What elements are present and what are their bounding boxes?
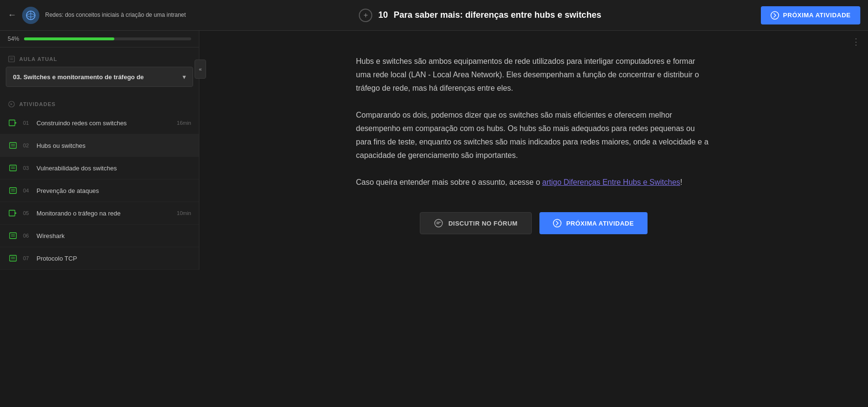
activity-number: 10 [378,10,388,20]
activity-duration-05: 10min [177,210,191,216]
svg-point-24 [435,219,442,227]
activity-title: Para saber mais: diferenças entre hubs e… [393,10,601,20]
content-inner: Hubs e switches são ambos equipamentos d… [318,31,750,258]
list-icon-03 [8,163,18,173]
activity-num-05: 05 [23,210,32,216]
top-header: ← Redes: dos conceitos iniciais à criaçã… [0,0,868,31]
activities-icon [8,100,15,108]
svg-point-2 [771,12,779,19]
activity-num-03: 03 [23,165,32,171]
activity-num-02: 02 [23,143,32,148]
activity-item-02[interactable]: 02 Hubs ou switches [0,134,199,157]
svg-rect-11 [10,165,16,171]
svg-rect-14 [10,188,16,193]
collapse-sidebar-button[interactable]: « [195,60,206,79]
activities-list: 01 Construindo redes com switches 16min … [0,112,199,270]
activity-name-04: Prevenção de ataques [37,187,186,194]
sidebar: 54% AULA ATUAL 03. Switches e monitorame… [0,31,199,270]
article-link[interactable]: artigo Diferenças Entre Hubs e Switches [542,178,680,186]
activity-item-05[interactable]: 05 Monitorando o tráfego na rede 10min [0,202,199,225]
activity-item-01[interactable]: 01 Construindo redes com switches 16min [0,112,199,134]
svg-rect-8 [10,143,16,148]
course-title: Redes: dos conceitos iniciais à criação … [45,12,186,19]
next-arrow-icon [770,11,779,20]
sidebar-wrapper: 54% AULA ATUAL 03. Switches e monitorame… [0,31,199,407]
content-paragraph-3: Caso queira entender mais sobre o assunt… [356,176,711,189]
activity-name-03: Vulnerabilidade dos switches [37,165,186,172]
activity-num-07: 07 [23,255,32,261]
current-lesson-text: 03. Switches e monitoramento de tráfego … [13,73,144,81]
next-activity-button-bottom[interactable]: PRÓXIMA ATIVIDADE [539,212,648,234]
svg-rect-17 [9,210,15,216]
content-paragraph-2: Comparando os dois, podemos dizer que os… [356,108,711,162]
paragraph3-before-link: Caso queira entender mais sobre o assunt… [356,178,542,186]
video-icon-05 [8,208,18,218]
forum-icon [434,218,443,228]
header-center: + 10 Para saber mais: diferenças entre h… [199,9,761,22]
list-icon-02 [8,140,18,151]
activity-name-07: Protocolo TCP [37,255,186,262]
add-icon[interactable]: + [359,9,372,22]
next-bottom-label: PRÓXIMA ATIVIDADE [566,220,634,227]
current-lesson-dropdown[interactable]: 03. Switches e monitoramento de tráfego … [6,67,193,87]
header-left: ← Redes: dos conceitos iniciais à criaçã… [0,7,199,24]
course-icon [22,7,39,24]
activity-name-02: Hubs ou switches [37,142,186,149]
list-icon-04 [8,185,18,196]
progress-label: 54% [8,36,19,42]
next-button-label: PRÓXIMA ATIVIDADE [783,12,851,19]
list-icon-07 [8,253,18,263]
main-layout: 54% AULA ATUAL 03. Switches e monitorame… [0,31,868,407]
svg-rect-18 [10,233,16,239]
svg-rect-21 [10,255,16,261]
activity-item-07[interactable]: 07 Protocolo TCP [0,247,199,270]
svg-rect-7 [9,120,15,126]
discuss-forum-button[interactable]: DISCUTIR NO FÓRUM [420,212,531,234]
collapse-arrow-icon: « [199,66,202,72]
next-activity-button-top[interactable]: PRÓXIMA ATIVIDADE [761,6,860,24]
activity-name-06: Wireshark [37,232,186,239]
content-area: ⋮ Hubs e switches são ambos equipamentos… [199,31,868,407]
activity-item-04[interactable]: 04 Prevenção de ataques [0,180,199,202]
discuss-btn-label: DISCUTIR NO FÓRUM [448,220,517,227]
sidebar-progress: 54% [0,31,199,48]
activity-num-01: 01 [23,120,32,126]
next-bottom-icon [553,219,562,227]
back-button[interactable]: ← [8,10,16,20]
section-activities-label: ATIVIDADES [0,93,199,112]
content-paragraph-1: Hubs e switches são ambos equipamentos d… [356,55,711,95]
activity-item-03[interactable]: 03 Vulnerabilidade dos switches [0,157,199,180]
section-activities-text: ATIVIDADES [19,101,56,107]
activity-name-01: Construindo redes com switches [37,120,172,127]
content-actions: DISCUTIR NO FÓRUM PRÓXIMA ATIVIDADE [356,212,711,234]
list-icon-06 [8,230,18,241]
progress-bar-fill [24,37,114,40]
section-current-label: AULA ATUAL [0,48,199,67]
section-current-text: AULA ATUAL [19,56,57,62]
activity-duration-01: 16min [177,120,191,126]
activity-num-06: 06 [23,233,32,239]
progress-bar-background [24,37,191,40]
paragraph3-after-link: ! [680,178,682,186]
video-icon-01 [8,118,18,128]
svg-point-25 [553,219,561,227]
dropdown-arrow-icon: ▾ [183,73,186,81]
activity-num-04: 04 [23,188,32,193]
book-icon [8,55,15,63]
activity-name-05: Monitorando o tráfego na rede [37,210,172,217]
svg-rect-3 [9,56,14,62]
content-menu-button[interactable]: ⋮ [852,36,860,47]
activity-item-06[interactable]: 06 Wireshark [0,225,199,247]
